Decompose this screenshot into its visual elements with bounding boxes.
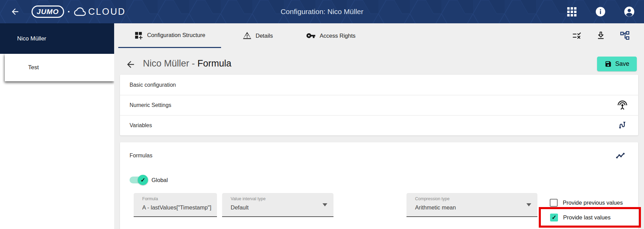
dropdown-caret-icon: [526, 203, 531, 206]
section-numeric-settings[interactable]: Numeric Settings: [120, 95, 638, 115]
checkbox-provide-last-values[interactable]: ✓ Provide last values: [550, 214, 611, 221]
cloud-text: CLOUD: [88, 7, 126, 17]
logo-separator: ·: [68, 7, 71, 17]
rule-check-icon: [572, 31, 582, 40]
checkbox-unchecked-icon: [550, 199, 558, 207]
section-label: Variables: [130, 122, 152, 129]
compression-type-value: Arithmetic mean: [415, 204, 456, 211]
tab-details[interactable]: Details: [232, 23, 283, 48]
formulas-title: Formulas: [130, 153, 153, 159]
tab-access-rights[interactable]: Access Rights: [296, 23, 365, 48]
floppy-save-icon: [605, 60, 612, 68]
swap-calls-icon: [617, 120, 628, 131]
warning-triangle-icon: [243, 31, 252, 40]
formula-input-value: A - lastValues["Timestamp"]: [142, 204, 211, 211]
checkbox-checked-icon: ✓: [550, 214, 558, 221]
tab-toolbar: [571, 23, 630, 48]
section-basic-configuration[interactable]: Basic configuration: [120, 75, 638, 95]
page-title-emphasis: Formula: [197, 58, 231, 69]
sections-card: Basic configuration Numeric Settings Var…: [120, 75, 638, 135]
app-header: JUMO · CLOUD Configuration: Nico Müller: [0, 0, 644, 23]
back-arrow-icon: [10, 7, 20, 16]
main-content: Configuration Structure Details Access R…: [114, 23, 644, 229]
page-title-prefix: Nico Müller -: [143, 58, 197, 69]
save-button-label: Save: [615, 60, 629, 68]
download-button[interactable]: [595, 30, 606, 41]
formula-input[interactable]: Formula A - lastValues["Timestamp"]: [134, 193, 217, 217]
account-button[interactable]: [623, 6, 635, 17]
cloud-wordmark: CLOUD: [74, 6, 126, 17]
save-button[interactable]: Save: [597, 57, 637, 71]
header-actions: [566, 0, 635, 23]
validate-rules-button[interactable]: [571, 30, 582, 41]
value-interval-type-value: Default: [231, 204, 248, 211]
sidebar-item-label: Nico Müller: [17, 35, 46, 42]
tab-label: Details: [256, 33, 273, 39]
dashboard-customize-icon: [134, 31, 143, 40]
jumo-cloud-logo: JUMO · CLOUD: [32, 5, 126, 18]
value-interval-type-select[interactable]: Value interval type Default: [222, 193, 333, 217]
back-arrow-icon: [125, 59, 136, 70]
download-icon: [596, 31, 606, 40]
section-label: Basic configuration: [130, 82, 176, 88]
page-title: Nico Müller - Formula: [143, 58, 231, 69]
apps-menu-button[interactable]: [566, 6, 578, 17]
page-heading-row: Nico Müller - Formula Save: [114, 48, 644, 75]
dropdown-caret-icon: [323, 203, 327, 206]
sidebar-item-nico-mueller[interactable]: Nico Müller: [0, 23, 114, 54]
jumo-logo-pill: JUMO: [32, 5, 64, 18]
toggle-thumb-check-icon: ✓: [138, 175, 148, 185]
section-label: Numeric Settings: [130, 102, 171, 108]
apps-grid-icon: [567, 7, 576, 16]
formulas-card: Formulas ✓ Global Formula A - lastValues…: [120, 142, 638, 229]
account-icon: [624, 6, 635, 17]
checkbox-label: Provide last values: [563, 214, 611, 221]
tab-label: Configuration Structure: [147, 32, 205, 38]
tab-label: Access Rights: [320, 33, 356, 39]
toggle-track: ✓: [130, 177, 147, 183]
page-back-button[interactable]: [125, 59, 136, 70]
antenna-icon: [617, 100, 628, 111]
tab-bar: Configuration Structure Details Access R…: [114, 23, 644, 48]
schema-button[interactable]: [619, 30, 630, 41]
sidebar-subitem-label: Test: [28, 64, 39, 71]
sidebar: Nico Müller Test: [0, 23, 114, 229]
compression-type-label: Compression type: [415, 196, 450, 201]
compression-type-select[interactable]: Compression type Arithmetic mean: [406, 193, 537, 217]
value-interval-type-label: Value interval type: [231, 196, 266, 201]
info-button[interactable]: [595, 6, 606, 17]
schema-icon: [620, 31, 630, 41]
info-icon: [595, 7, 606, 17]
checkbox-label: Provide previous values: [563, 200, 623, 206]
tab-configuration-structure[interactable]: Configuration Structure: [118, 23, 221, 48]
global-toggle[interactable]: ✓ Global: [130, 177, 168, 183]
sidebar-item-test[interactable]: Test: [5, 54, 114, 81]
header-back-button[interactable]: [8, 5, 22, 19]
line-chart-icon: [615, 150, 626, 161]
app-window: JUMO · CLOUD Configuration: Nico Müller …: [0, 0, 644, 229]
formula-input-label: Formula: [142, 196, 158, 201]
global-toggle-label: Global: [151, 177, 168, 183]
checkbox-provide-previous-values[interactable]: Provide previous values: [550, 199, 623, 207]
key-icon: [306, 31, 316, 40]
section-variables[interactable]: Variables: [120, 115, 638, 135]
cloud-icon: [74, 6, 87, 17]
